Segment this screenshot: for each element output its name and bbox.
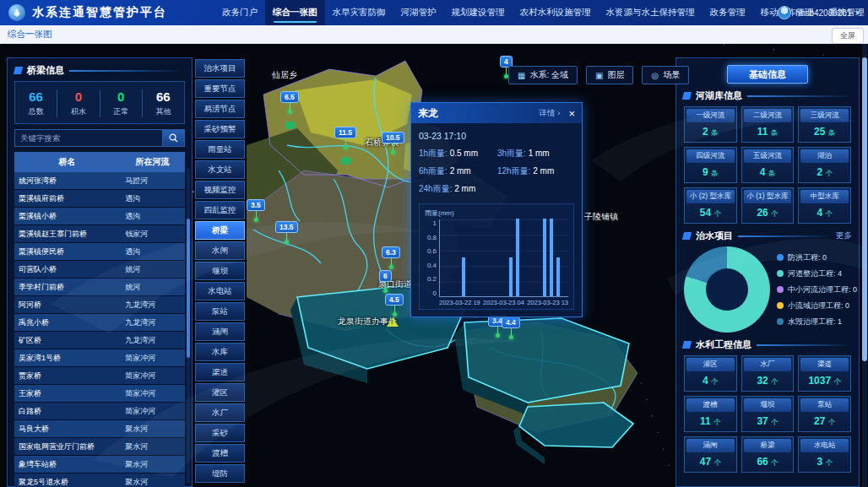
stat-card-渠道: 渠道1037 个 [798, 355, 851, 392]
category-桥梁[interactable]: 桥梁 [195, 221, 245, 240]
card-unit: 个 [713, 418, 721, 426]
station-marker[interactable]: 11.5 [334, 127, 356, 138]
nav-item-5[interactable]: 农村水利设施管理 [513, 0, 599, 25]
bridge-stat-3: 66其他 [143, 89, 184, 117]
map-control-0[interactable]: ▦水系: 全域 [508, 66, 578, 84]
close-icon[interactable]: × [568, 108, 575, 119]
card-label: 渠道 [800, 358, 849, 371]
category-采砂[interactable]: 采砂 [195, 424, 245, 442]
marker-dot [254, 218, 258, 222]
map-control-2[interactable]: ◎场景 [642, 66, 689, 84]
table-row[interactable]: 马良大桥聚水河 [14, 420, 185, 438]
rain-metric: 3h雨量: 1 mm [497, 148, 574, 160]
basic-info-badge[interactable]: 基础信息 [727, 65, 808, 84]
category-四乱监控[interactable]: 四乱监控 [195, 201, 245, 219]
camera-marker-icon[interactable] [341, 157, 350, 165]
category-治水项目[interactable]: 治水项目 [195, 59, 245, 78]
category-泵站[interactable]: 泵站 [195, 302, 245, 321]
bar-slot [507, 257, 514, 296]
table-row[interactable]: 白路桥简家冲河 [14, 403, 185, 420]
marker-dot [509, 335, 513, 339]
station-marker[interactable]: 13.5 [275, 221, 298, 233]
search-button[interactable] [163, 129, 185, 147]
map-control-1[interactable]: ▣图层 [586, 66, 633, 84]
bridge-name-cell: 国家电网营业厅门前桥 [14, 441, 120, 452]
camera-marker-icon[interactable] [285, 122, 295, 129]
bar-slot [460, 257, 467, 296]
station-marker[interactable]: 6.5 [280, 91, 299, 103]
warning-marker-icon[interactable]: ! [387, 317, 399, 327]
map-control-label: 水系: 全域 [529, 69, 568, 81]
table-row[interactable]: 贾家桥简家冲河 [14, 367, 185, 385]
rain-metric: 12h雨量: 2 mm [497, 165, 574, 177]
page-scrollbar[interactable] [862, 44, 867, 487]
popup-title: 来龙 [418, 106, 534, 121]
table-row[interactable]: 栗溪镇小桥遇沟 [14, 208, 185, 225]
fullscreen-button[interactable]: 全屏 [832, 28, 864, 44]
user-menu[interactable]: hhsb42080201 ▾ [778, 0, 860, 25]
station-marker[interactable]: 3.5 [247, 199, 265, 211]
section-accent [682, 341, 692, 349]
table-row[interactable]: 姚河张湾桥马蹬河 [14, 172, 185, 190]
nav-item-1[interactable]: 综合一张图 [265, 0, 325, 25]
category-灌区[interactable]: 灌区 [195, 383, 245, 402]
section-line [757, 344, 852, 346]
category-水厂[interactable]: 水厂 [195, 403, 245, 422]
stat-card-桥梁: 桥梁66 个 [741, 436, 795, 473]
category-渡槽[interactable]: 渡槽 [195, 444, 245, 463]
search-input[interactable] [14, 129, 163, 147]
nav-item-6[interactable]: 水资源与水土保持管理 [599, 0, 703, 25]
table-scrollbar[interactable] [187, 168, 190, 483]
table-row[interactable]: 李学村门前桥姚河 [14, 279, 185, 296]
nav-item-2[interactable]: 水旱灾害防御 [325, 0, 393, 25]
table-row[interactable]: 吴家湾1号桥简家冲河 [14, 349, 185, 367]
search-icon [169, 133, 178, 143]
nav-item-7[interactable]: 政务管理 [703, 0, 753, 25]
category-堤防[interactable]: 堤防 [195, 464, 245, 483]
river-name-cell: 遇沟 [120, 193, 185, 204]
more-link[interactable]: 更多 [836, 230, 852, 241]
nav-item-3[interactable]: 河湖管护 [393, 0, 444, 25]
table-row[interactable]: 国家电网营业厅门前桥聚水河 [14, 438, 185, 456]
table-row[interactable]: 司营队小桥姚河 [14, 261, 185, 279]
table-row[interactable]: 象塆车站桥聚水河 [14, 456, 185, 473]
card-label: 三级河流 [800, 109, 849, 122]
category-涵闸[interactable]: 涵闸 [195, 322, 245, 341]
station-marker[interactable]: 6.3 [382, 246, 400, 258]
rain-metric: 24h雨量: 2 mm [419, 183, 496, 195]
category-重要节点[interactable]: 重要节点 [195, 79, 245, 98]
table-row[interactable]: 王家桥简家冲河 [14, 385, 185, 403]
table-row[interactable]: 矿区桥九龙湾河 [14, 332, 185, 349]
stat-card-灌区: 灌区4 个 [684, 355, 737, 392]
category-视频监控[interactable]: 视频监控 [195, 181, 245, 199]
category-堰坝[interactable]: 堰坝 [195, 262, 245, 280]
table-row[interactable]: 栗溪镇便民桥遇沟 [14, 243, 185, 261]
legend-label: 水毁治理工程: 1 [788, 317, 842, 327]
table-row[interactable]: 阿河桥九龙湾河 [14, 296, 185, 314]
table-row[interactable]: 聚龙5号退水桥聚水河 [14, 473, 185, 487]
stat-label: 正常 [100, 106, 142, 117]
category-水库[interactable]: 水库 [195, 343, 245, 361]
category-采砂预警[interactable]: 采砂预警 [195, 120, 245, 138]
table-row[interactable]: 栗溪镇赵王寨门前桥钱家河 [14, 225, 185, 243]
category-雨量站[interactable]: 雨量站 [195, 140, 245, 159]
ytick: 0.8 [425, 234, 437, 241]
table-row[interactable]: 禹兆小桥九龙湾河 [14, 314, 185, 332]
station-marker[interactable]: 10.5 [382, 132, 404, 143]
station-marker[interactable]: 4.4 [502, 317, 520, 328]
nav-item-0[interactable]: 政务门户 [214, 0, 265, 25]
station-marker[interactable]: 4.5 [385, 294, 404, 306]
section-accent [14, 67, 23, 74]
category-水闸[interactable]: 水闸 [195, 241, 245, 260]
category-水文站[interactable]: 水文站 [195, 160, 245, 179]
river-name-cell: 九龙湾河 [120, 335, 185, 346]
detail-link[interactable]: 详情 › [540, 108, 561, 119]
station-marker[interactable]: 6 [379, 270, 392, 282]
category-渠道[interactable]: 渠道 [195, 363, 245, 381]
card-unit: 个 [825, 169, 833, 177]
nav-item-4[interactable]: 规划建设管理 [444, 0, 513, 25]
category-易涝节点[interactable]: 易涝节点 [195, 100, 245, 118]
breadcrumb[interactable]: 综合一张图 [8, 29, 52, 41]
category-水电站[interactable]: 水电站 [195, 282, 245, 300]
table-row[interactable]: 栗溪镇府前桥遇沟 [14, 190, 185, 208]
